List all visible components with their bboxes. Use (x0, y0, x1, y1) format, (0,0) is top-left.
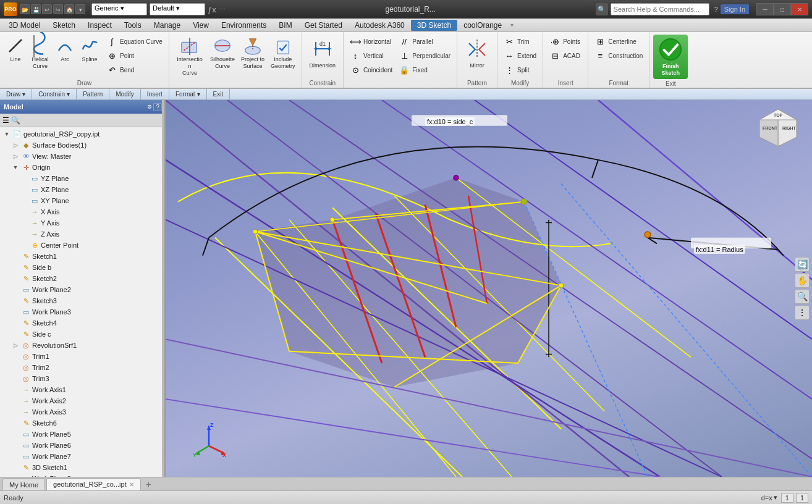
more-menus-btn[interactable]: ▾ (510, 22, 514, 28)
tree-item[interactable]: ▭YZ Plane (0, 173, 164, 184)
home-icon[interactable]: 🏠 (64, 4, 74, 14)
tree-item[interactable]: ▭Work Plane2 (0, 284, 164, 295)
tree-item[interactable]: ✎Sketch2 (0, 273, 164, 284)
spline-button[interactable]: Spline (78, 35, 101, 65)
mirror-button[interactable]: Mirror (461, 35, 493, 71)
menu-tools[interactable]: Tools (118, 20, 148, 31)
silhouette-curve-button[interactable]: SilhouetteCurve (208, 35, 237, 72)
tree-item[interactable]: ◎Trim2 (0, 362, 164, 373)
tree-item[interactable]: ▭Work Plane5 (0, 429, 164, 440)
search-tree-icon[interactable]: 🔍 (11, 116, 20, 125)
redo-icon[interactable]: ↪ (53, 4, 63, 14)
modify-label-section[interactable]: Modify (109, 89, 140, 99)
panel-resize-handle[interactable] (162, 100, 164, 477)
format-btn1[interactable]: ⊞ Centerline (592, 35, 645, 48)
arc-button[interactable]: Arc (53, 35, 77, 65)
trim-button[interactable]: ✂ Trim (501, 35, 539, 48)
tree-item[interactable]: →Work Axis1 (0, 384, 164, 395)
tree-item[interactable]: ▭Work Plane7 (0, 451, 164, 462)
tree-item[interactable]: ✎Sketch3 (0, 295, 164, 306)
minimize-btn[interactable]: ─ (756, 3, 774, 15)
finish-sketch-button[interactable]: FinishSketch (653, 35, 688, 79)
tree-item[interactable]: ▭XY Plane (0, 195, 164, 206)
menu-3dmodel[interactable]: 3D Model (2, 20, 46, 31)
tree-item[interactable]: →Z Axis (0, 229, 164, 240)
vertical-constraint-btn[interactable]: ↕ Vertical (347, 49, 395, 62)
tree-item[interactable]: ✎3D Sketch1 (0, 462, 164, 473)
signin-btn[interactable]: Sign In (721, 4, 749, 14)
generic-dropdown[interactable]: Generic ▾ (91, 3, 147, 15)
project-surface-button[interactable]: Project toSurface (239, 35, 267, 72)
maximize-btn[interactable]: □ (774, 3, 791, 15)
bend-button[interactable]: ↶ Bend (104, 63, 165, 77)
save-icon[interactable]: 💾 (31, 4, 41, 14)
tree-item[interactable]: →Work Axis3 (0, 406, 164, 418)
tab-document[interactable]: geotutorial_RSP_co...ipt ✕ (46, 478, 141, 490)
more-icon[interactable]: ▾ (75, 4, 85, 14)
view-pan-btn[interactable]: ✋ (795, 273, 810, 288)
view-zoom-btn[interactable]: 🔍 (795, 289, 810, 304)
menu-environments[interactable]: Environments (215, 20, 273, 31)
tree-item[interactable]: ✎Sketch6 (0, 418, 164, 429)
tree-item[interactable]: ▷◆Surface Bodies(1) (0, 140, 164, 151)
tab-home[interactable]: My Home (2, 478, 45, 490)
horizontal-constraint-btn[interactable]: ⟺ Horizontal (347, 35, 395, 48)
constrain-label-section[interactable]: Constrain ▾ (32, 89, 77, 99)
formula-icon[interactable]: ƒx (208, 5, 216, 14)
view-orbit-btn[interactable]: 🔄 (795, 257, 810, 272)
insert-label-section[interactable]: Insert (141, 89, 169, 99)
include-geometry-button[interactable]: IncludeGeometry (268, 35, 298, 72)
extend-button[interactable]: ↔ Extend (501, 49, 539, 62)
tree-item[interactable]: ▭Work Plane8 (0, 473, 164, 477)
menu-3dsketch[interactable]: 3D Sketch (411, 20, 457, 31)
dimension-button[interactable]: d1 Dimension (306, 35, 340, 71)
tree-item[interactable]: ▷👁View: Master (0, 151, 164, 162)
lock-btn[interactable]: 🔒 Fixed (396, 63, 453, 77)
menu-inspect[interactable]: Inspect (82, 20, 118, 31)
tree-item[interactable]: ▭Work Plane3 (0, 306, 164, 317)
view-more-btn[interactable]: ⋮ (795, 305, 810, 320)
tree-item[interactable]: ✎Sketch4 (0, 317, 164, 329)
tree-item[interactable]: ▷◎RevolutionSrf1 (0, 340, 164, 351)
intersection-curve-button[interactable]: IntersectionCurve (173, 35, 206, 78)
tree-item[interactable]: ◎Trim1 (0, 351, 164, 362)
menu-sketch[interactable]: Sketch (46, 20, 82, 31)
menu-bim[interactable]: BIM (273, 20, 298, 31)
acad-button[interactable]: ⊟ ACAD (547, 49, 584, 62)
tree-item[interactable]: ▭XZ Plane (0, 184, 164, 195)
tab-close-btn[interactable]: ✕ (129, 481, 134, 488)
coincident-btn[interactable]: ⊙ Coincident (347, 63, 395, 77)
menu-coolorange[interactable]: coolOrange (457, 20, 508, 31)
menu-view[interactable]: View (187, 20, 215, 31)
tree-item[interactable]: ▼📄geotutorial_RSP_copy.ipt (0, 128, 164, 140)
points-button[interactable]: ·⊕ Points (547, 35, 584, 48)
search-input[interactable] (611, 3, 709, 15)
format-btn2[interactable]: ≡ Construction (592, 49, 645, 62)
helical-curve-button[interactable]: HelicalCurve (28, 35, 52, 72)
split-button[interactable]: ⋮ Split (501, 63, 539, 77)
more-ribbon-icon[interactable]: ⋯ (219, 6, 226, 14)
tree-item[interactable]: ◎Trim3 (0, 373, 164, 384)
nav-cube[interactable]: RIGHT FRONT TOP (756, 106, 800, 149)
viewport[interactable]: fx:d10 = side_c fx:d11 = Radius RIGHT FR… (166, 100, 812, 477)
close-btn[interactable]: ✕ (791, 3, 808, 15)
menu-a360[interactable]: Autodesk A360 (349, 20, 411, 31)
tree-item[interactable]: ⊕Center Point (0, 240, 164, 251)
equation-curve-button[interactable]: ∫ Equation Curve (104, 35, 165, 48)
tree-item[interactable]: ▭Work Plane6 (0, 440, 164, 451)
draw-label-section[interactable]: Draw ▾ (0, 89, 32, 99)
tree-item[interactable]: ✎Side b (0, 262, 164, 273)
tree-item[interactable]: ✎Side c (0, 329, 164, 340)
undo-icon[interactable]: ↩ (42, 4, 52, 14)
tree-area[interactable]: ▼📄geotutorial_RSP_copy.ipt▷◆Surface Bodi… (0, 127, 164, 477)
tree-item[interactable]: →Y Axis (0, 217, 164, 229)
tree-item[interactable]: ✎Sketch1 (0, 251, 164, 262)
tree-item[interactable]: →X Axis (0, 206, 164, 217)
pattern-label-section[interactable]: Pattern (77, 89, 109, 99)
menu-getstarted[interactable]: Get Started (298, 20, 349, 31)
default-dropdown[interactable]: Default ▾ (150, 3, 205, 15)
perpendicular-btn[interactable]: ⊥ Perpendicular (396, 49, 453, 62)
line-button[interactable]: Line (4, 35, 27, 65)
format-label-section[interactable]: Format ▾ (169, 89, 207, 99)
panel-question-btn[interactable]: ? (153, 103, 162, 111)
